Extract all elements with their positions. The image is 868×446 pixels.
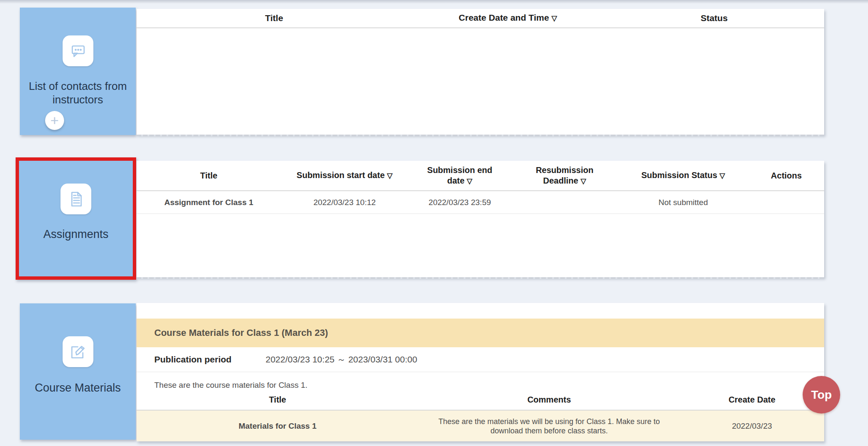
column-header-comments: Comments bbox=[419, 394, 680, 405]
materials-description: These are the course materials for Class… bbox=[137, 372, 824, 394]
contacts-panel: Title Create Date and Time ▽ Status bbox=[137, 9, 824, 135]
assignment-status: Not submitted bbox=[618, 198, 749, 207]
column-header-title: Title bbox=[137, 394, 419, 405]
speech-bubble-icon bbox=[62, 35, 93, 66]
assignment-row[interactable]: Assignment for Class 1 2022/03/23 10:12 … bbox=[137, 191, 824, 214]
course-materials-panel: Course Materials for Class 1 (March 23) … bbox=[137, 303, 824, 441]
top-shadow bbox=[0, 0, 868, 4]
publication-period-row: Publication period 2022/03/23 10:25 ～ 20… bbox=[137, 347, 824, 372]
sort-icon[interactable]: ▽ bbox=[387, 172, 392, 180]
material-title[interactable]: Materials for Class 1 bbox=[137, 422, 419, 431]
material-comments: These are the materials we will be using… bbox=[419, 417, 680, 435]
panel-spacer bbox=[137, 303, 824, 319]
sidebar-item-course-materials[interactable]: Course Materials bbox=[20, 303, 136, 440]
sidebar-item-assignments[interactable]: Assignments bbox=[16, 157, 136, 280]
sort-icon[interactable]: ▽ bbox=[467, 177, 472, 185]
column-header-submission-start[interactable]: Submission start date ▽ bbox=[281, 170, 408, 181]
column-header-actions: Actions bbox=[749, 170, 824, 181]
materials-table-header: Title Comments Create Date bbox=[137, 394, 824, 411]
assignments-table-header: Title Submission start date ▽ Submission… bbox=[137, 161, 824, 191]
assignment-end-date: 2022/03/23 23:59 bbox=[408, 198, 511, 207]
sidebar-item-contacts[interactable]: List of contacts from instructors + bbox=[20, 8, 136, 135]
publication-period-label: Publication period bbox=[137, 354, 266, 365]
contacts-table-header: Title Create Date and Time ▽ Status bbox=[137, 9, 824, 28]
column-header-submission-end[interactable]: Submission end date ▽ bbox=[408, 165, 511, 187]
column-header-create-date[interactable]: Create Date and Time ▽ bbox=[411, 12, 604, 24]
material-row[interactable]: Materials for Class 1 These are the mate… bbox=[137, 411, 824, 441]
sort-icon[interactable]: ▽ bbox=[720, 172, 725, 180]
assignment-title[interactable]: Assignment for Class 1 bbox=[137, 198, 281, 207]
scroll-to-top-button[interactable]: Top bbox=[803, 376, 840, 414]
sidebar-item-label: List of contacts from instructors bbox=[20, 79, 136, 106]
sort-icon[interactable]: ▽ bbox=[551, 14, 557, 22]
publication-period-value: 2022/03/23 10:25 ～ 2023/03/31 00:00 bbox=[266, 354, 417, 365]
column-header-submission-status[interactable]: Submission Status ▽ bbox=[618, 170, 749, 181]
column-header-status: Status bbox=[604, 13, 824, 24]
column-header-resubmission-deadline[interactable]: Resubmission Deadline ▽ bbox=[511, 165, 618, 187]
add-button[interactable]: + bbox=[45, 111, 64, 130]
material-group-banner: Course Materials for Class 1 (March 23) bbox=[137, 319, 824, 347]
column-header-title: Title bbox=[137, 170, 281, 181]
course-page: List of contacts from instructors + Titl… bbox=[0, 0, 868, 446]
sidebar-item-label: Course Materials bbox=[20, 381, 136, 395]
assignment-start-date: 2022/03/23 10:12 bbox=[281, 198, 408, 207]
material-create-date: 2022/03/23 bbox=[680, 422, 824, 431]
sidebar-item-label: Assignments bbox=[19, 227, 133, 241]
column-header-title: Title bbox=[137, 13, 411, 24]
assignments-panel: Title Submission start date ▽ Submission… bbox=[137, 161, 824, 277]
document-icon bbox=[61, 184, 91, 214]
edit-icon bbox=[62, 336, 93, 367]
sort-icon[interactable]: ▽ bbox=[580, 177, 586, 185]
